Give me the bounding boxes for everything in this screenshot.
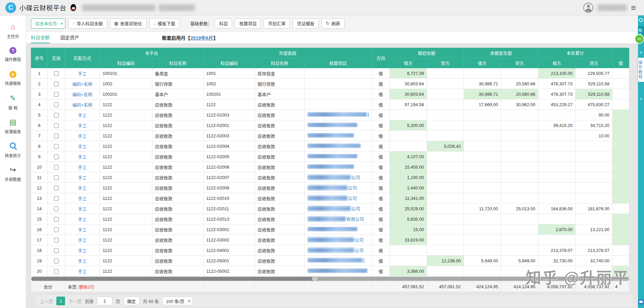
user-avatar-icon[interactable] [583,3,593,13]
invalid-checkbox[interactable] [54,269,59,274]
match-mode-link[interactable]: 编码+名称 [72,82,93,87]
accounting-item-link[interactable] [307,164,354,169]
accounting-item-link[interactable]: 公司 [307,195,357,201]
tab-subject-balance[interactable]: 科目余额 [31,32,50,43]
sidebar-item-external-data[interactable]: ↪外部数据 [0,162,26,186]
match-mode-link[interactable]: 手工 [78,259,87,264]
match-mode-link[interactable]: 编码+名称 [72,102,93,107]
invalid-checkbox[interactable] [54,82,59,86]
invalid-checkbox[interactable] [54,144,59,149]
invalid-checkbox[interactable] [54,175,59,180]
param-button-2[interactable]: 核算项目 [235,18,261,29]
page-size-select[interactable]: 100 条/页 [162,297,193,305]
hamburger-menu-icon[interactable]: ≡ [631,3,636,12]
match-mode-link[interactable]: 手工 [78,165,87,170]
amount-cell: 30,986.71 [464,79,501,89]
accounting-item-link[interactable] [307,268,368,273]
template-download-button[interactable]: ↓ 模板下载 [149,18,180,29]
match-mode-link[interactable]: 手工 [78,175,87,180]
accounting-item-link[interactable]: 公司 [307,205,360,212]
match-mode-link[interactable]: 手工 [78,248,87,253]
invalid-checkbox[interactable] [54,92,59,97]
notification-badge[interactable]: 65 [635,34,644,44]
amount-cell: 5,026.42 [427,141,464,151]
close-icon[interactable]: × [638,50,644,55]
match-mode-link[interactable]: 手工 [78,217,87,222]
invalid-checkbox[interactable] [54,248,59,253]
scrollbar-track[interactable] [31,277,629,281]
accounting-item-link[interactable]: ] [307,112,369,117]
period-link[interactable]: 2019年6月 [191,34,213,41]
invalid-checkbox[interactable] [54,196,59,201]
invalid-checkbox[interactable] [54,113,59,118]
sidebar-item-audit-stats[interactable]: 核查统计 [0,138,26,162]
sidebar-item-tutorial[interactable]: ?操作教程 [0,43,26,67]
accounting-item-link[interactable] [307,227,358,231]
invalid-checkbox[interactable] [54,102,59,107]
param-button-1[interactable]: 科目 [215,18,232,29]
scrollbar-knob[interactable] [312,276,318,281]
current-page-button[interactable]: 1 [56,297,65,305]
accounting-item-link[interactable] [307,133,354,138]
sidebar-item-ledger-report[interactable]: ▤账簿报表 [0,114,26,138]
tab-fixed-assets[interactable]: 固定资产 [60,32,79,43]
accounting-item-link[interactable]: 公司 [307,184,357,191]
prev-page-button[interactable]: 上一页 [40,298,53,304]
next-page-button[interactable]: 下一页 [68,298,82,304]
invalid-checkbox[interactable] [54,123,59,128]
match-mode-link[interactable]: 编码+名称 [72,92,93,97]
match-mode-link[interactable]: 手工 [78,144,87,149]
service-icon[interactable] [639,18,643,22]
match-mode-link[interactable]: 手工 [78,113,87,118]
import-balance-button[interactable]: ↑ 导入科目余额 [68,18,107,29]
sidebar-item-dashboard[interactable]: ⌂主控台 [0,19,26,43]
invalid-checkbox[interactable] [54,227,59,232]
accounting-item-link[interactable] [307,143,361,148]
match-mode-link[interactable]: 手工 [78,196,87,201]
match-mode-link[interactable]: 手工 [78,71,87,76]
param-button-4[interactable]: 凭证模板 [292,18,319,29]
accounting-item-link[interactable]: 公司 [307,247,364,253]
match-mode-cell: 手工 [65,245,100,256]
match-mode-link[interactable]: 手工 [78,123,87,128]
match-mode-link[interactable]: 手工 [78,238,87,243]
currency-select[interactable]: 综合本位币 [31,18,65,29]
match-mode-link[interactable]: 手工 [78,134,87,139]
accounting-item-link[interactable]: ] [307,258,365,263]
invalid-checkbox[interactable] [54,186,59,190]
refresh-button[interactable]: ↻ 刷新 [321,18,344,29]
match-mode-link[interactable]: 手工 [78,227,87,232]
param-button-3[interactable]: 币别汇率 [264,18,290,29]
invalid-checkbox[interactable] [54,165,59,170]
invalid-checkbox[interactable] [54,207,59,211]
invalid-checkbox[interactable] [54,71,59,76]
chat-icon[interactable] [638,299,644,305]
sidebar-item-quick-account[interactable]: ¥快速做账 [0,67,26,90]
accounting-item-link[interactable] [307,123,358,127]
ledger-init-button[interactable]: ▦ 账套初始化 [110,18,147,29]
qq-penguin-icon[interactable] [70,4,76,11]
tail-cell [612,110,629,120]
delete-rows-link[interactable]: 删除2行 [79,284,94,290]
match-mode-link[interactable]: 手工 [78,207,87,212]
match-mode-link[interactable]: 手工 [78,186,87,191]
invalid-checkbox[interactable] [54,217,59,222]
scrollbar-thumb[interactable] [31,277,315,281]
accounting-item-link[interactable]: 有限公司 [307,216,364,222]
tutorial-widget-tab[interactable]: 操作教程 [638,58,644,82]
close-icon[interactable]: × [638,97,644,101]
accounting-item-link[interactable]: 公司 [307,174,360,180]
direction-cell: 借 [372,131,390,141]
match-mode-link[interactable]: 手工 [78,155,87,160]
goto-page-input[interactable] [97,297,112,305]
match-mode-link[interactable]: 手工 [78,269,87,274]
match-mode-cell: 编码+名称 [65,79,100,89]
confirm-button[interactable]: 确定 [123,297,140,305]
invalid-checkbox[interactable] [54,134,59,138]
invalid-checkbox[interactable] [54,238,59,243]
sidebar-item-tax-filing[interactable]: ✎报 税 [0,90,26,114]
accounting-item-link[interactable] [307,154,358,159]
invalid-checkbox[interactable] [54,155,59,159]
invalid-checkbox[interactable] [54,259,59,263]
accounting-item-link[interactable]: 公司 [307,236,364,243]
